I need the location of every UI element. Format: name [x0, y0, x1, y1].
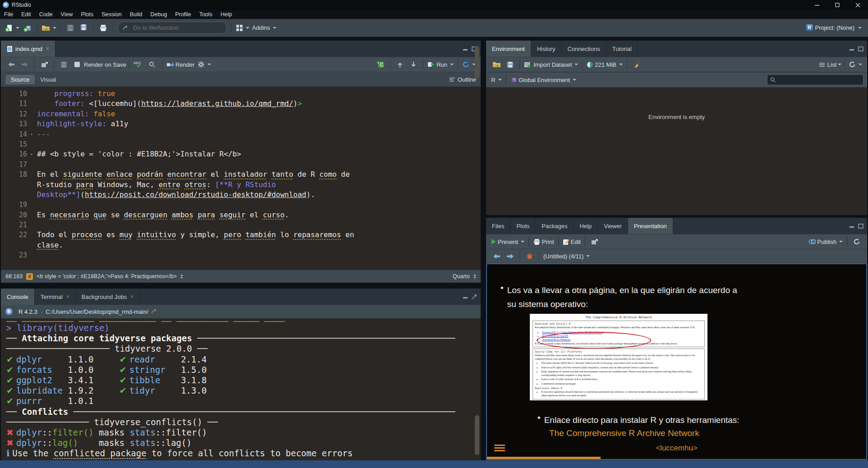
- load-workspace-icon[interactable]: [490, 58, 503, 71]
- render-settings-caret[interactable]: [207, 64, 211, 65]
- run-next-chunk-icon[interactable]: [407, 58, 420, 71]
- environment-search-input[interactable]: [778, 76, 856, 83]
- files-tab-viewer[interactable]: Viewer: [598, 218, 628, 234]
- open-file-caret[interactable]: [53, 27, 56, 29]
- goto-file-search[interactable]: [118, 22, 227, 34]
- files-tab-presentation[interactable]: Presentation: [628, 218, 673, 234]
- save-workspace-icon[interactable]: [503, 58, 517, 71]
- section-stepper[interactable]: [180, 274, 183, 279]
- insert-chunk-button[interactable]: C: [374, 58, 387, 71]
- fold-arrow-icon[interactable]: ▾: [31, 149, 33, 159]
- menu-debug[interactable]: Debug: [147, 10, 171, 19]
- close-window-button[interactable]: [848, 0, 868, 10]
- popout-presentation-icon[interactable]: [588, 235, 602, 248]
- refresh-environment-icon[interactable]: [847, 58, 863, 71]
- language-caret[interactable]: [498, 79, 502, 81]
- menu-build[interactable]: Build: [126, 10, 147, 19]
- save-all-button[interactable]: [77, 22, 91, 34]
- language-selector[interactable]: R: [490, 73, 503, 86]
- close-tab-icon[interactable]: ×: [66, 294, 69, 300]
- render-settings-gear-icon[interactable]: [196, 58, 212, 71]
- minimize-pane-icon[interactable]: [849, 224, 854, 228]
- files-tab-plots[interactable]: Plots: [510, 218, 536, 234]
- slide-title-dropdown[interactable]: (Untitled) (4/11): [542, 250, 591, 262]
- menu-edit[interactable]: Edit: [17, 10, 35, 19]
- menu-profile[interactable]: Profile: [171, 10, 195, 19]
- console-tab-terminal[interactable]: Terminal×: [35, 289, 76, 305]
- maximize-window-button[interactable]: [827, 0, 848, 10]
- render-button[interactable]: Render: [165, 58, 196, 71]
- project-caret[interactable]: [858, 27, 862, 29]
- edit-presentation-button[interactable]: Edit: [561, 235, 582, 248]
- find-replace-icon[interactable]: [146, 58, 159, 71]
- files-tab-packages[interactable]: Packages: [536, 218, 574, 234]
- addins-button[interactable]: Addins: [251, 22, 278, 34]
- minimize-window-button[interactable]: [807, 0, 827, 10]
- run-previous-chunks-icon[interactable]: [393, 58, 407, 71]
- refresh-environment-caret[interactable]: [859, 64, 862, 65]
- slide-title-caret[interactable]: [586, 255, 590, 257]
- files-tab-files[interactable]: Files: [486, 218, 510, 234]
- render-on-save-checkbox[interactable]: [70, 58, 84, 71]
- back-button[interactable]: [5, 58, 18, 71]
- r-version-label[interactable]: R 4.2.3: [18, 308, 37, 315]
- spellcheck-button[interactable]: ABC: [132, 58, 146, 71]
- maximize-pane-icon[interactable]: [472, 294, 477, 299]
- list-view-caret[interactable]: [838, 64, 841, 65]
- publish-button[interactable]: Publish: [807, 235, 844, 248]
- minimize-pane-icon[interactable]: [463, 46, 468, 51]
- pane-layout-caret[interactable]: [246, 27, 249, 29]
- outline-button[interactable]: Outline: [458, 76, 476, 83]
- addins-caret[interactable]: [273, 27, 276, 29]
- maximize-pane-icon[interactable]: [858, 224, 863, 229]
- close-tab-icon[interactable]: ×: [46, 46, 49, 52]
- menu-file[interactable]: File: [0, 10, 17, 19]
- cran-link[interactable]: The Comprehensive R Archive Network: [549, 428, 699, 438]
- close-tab-icon[interactable]: ×: [130, 294, 133, 300]
- scope-selector[interactable]: Global Environment: [509, 73, 578, 86]
- environment-tab-tutorial[interactable]: Tutorial: [606, 41, 638, 57]
- section-breadcrumb[interactable]: <b style = 'color : #E18B2A;'>Paso 4: Pr…: [37, 273, 177, 280]
- publish-caret[interactable]: [839, 241, 843, 243]
- file-type-label[interactable]: Quarto: [453, 273, 470, 280]
- file-type-stepper[interactable]: [473, 274, 476, 279]
- present-button[interactable]: Present: [490, 235, 526, 248]
- print-button[interactable]: [96, 22, 110, 34]
- scope-caret[interactable]: [573, 79, 576, 81]
- tab-index-qmd[interactable]: index.qmd ×: [1, 41, 55, 57]
- import-dataset-caret[interactable]: [574, 64, 578, 65]
- maximize-pane-icon[interactable]: [858, 46, 863, 51]
- pane-layout-button[interactable]: [234, 22, 251, 34]
- home-slide-button[interactable]: [523, 250, 536, 262]
- run-button[interactable]: Run: [426, 58, 455, 71]
- project-menu-button[interactable]: R Project: (None): [806, 24, 864, 31]
- run-caret[interactable]: [450, 64, 454, 65]
- menu-help[interactable]: Help: [216, 10, 236, 19]
- code-editor[interactable]: 10 progress: true11 footer: <[luccemhu](…: [1, 87, 481, 270]
- environment-tab-environment[interactable]: Environment: [486, 41, 531, 57]
- menu-tools[interactable]: Tools: [195, 10, 216, 19]
- refresh-presentation-icon[interactable]: [850, 235, 863, 248]
- clear-objects-broom-icon[interactable]: [630, 58, 643, 71]
- popout-editor-icon[interactable]: [37, 58, 51, 71]
- new-project-button[interactable]: [21, 22, 34, 34]
- list-view-button[interactable]: List: [827, 61, 836, 68]
- goto-file-input[interactable]: [132, 24, 206, 32]
- visual-mode-button[interactable]: Visual: [35, 75, 61, 84]
- fold-arrow-icon[interactable]: ▾: [31, 129, 33, 139]
- environment-search[interactable]: [767, 74, 863, 85]
- import-dataset-button[interactable]: Import Dataset: [523, 58, 579, 71]
- new-file-button[interactable]: [4, 22, 21, 34]
- new-file-caret[interactable]: [16, 27, 19, 29]
- menu-session[interactable]: Session: [97, 10, 125, 19]
- memory-usage-button[interactable]: 221 MiB: [585, 58, 624, 71]
- slide-menu-icon[interactable]: [494, 445, 505, 453]
- menu-plots[interactable]: Plots: [77, 10, 97, 19]
- slide-forward-button[interactable]: [503, 250, 517, 262]
- console-scrollbar[interactable]: [475, 415, 479, 455]
- open-directory-arrow-icon[interactable]: [152, 309, 158, 314]
- save-button[interactable]: [64, 22, 77, 34]
- console-tab-background-jobs[interactable]: Background Jobs×: [76, 289, 140, 305]
- minimize-pane-icon[interactable]: [849, 46, 854, 51]
- environment-tab-history[interactable]: History: [531, 41, 561, 57]
